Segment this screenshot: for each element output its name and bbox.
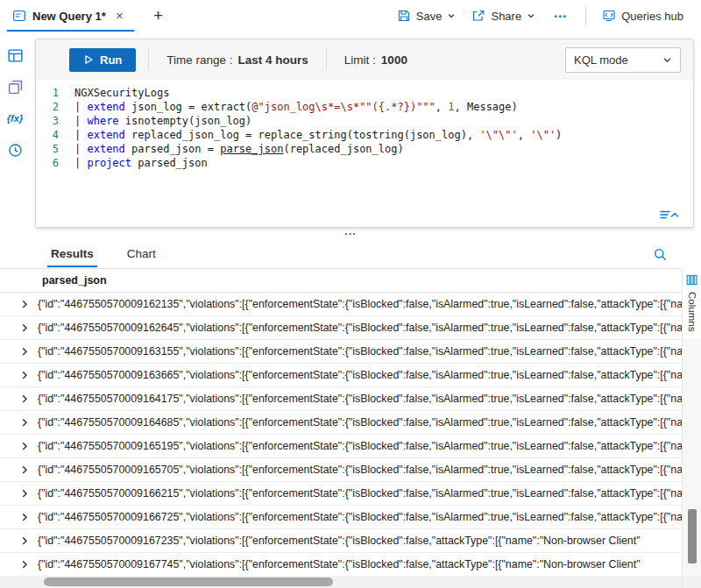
columns-panel-tab[interactable]: Columns <box>686 268 697 338</box>
table-row[interactable]: {"id":"4467550570009167235","violations"… <box>0 529 682 553</box>
chevron-down-icon <box>447 11 456 20</box>
table-row[interactable]: {"id":"4467550570009167745","violations"… <box>0 553 682 576</box>
limit-label: Limit : <box>344 53 376 67</box>
table-row[interactable]: {"id":"4467550570009163665","violations"… <box>0 364 682 387</box>
chevron-right-icon[interactable] <box>19 346 30 357</box>
table-row[interactable]: {"id":"4467550570009166215","violations"… <box>0 482 682 506</box>
row-json-text: {"id":"4467550570009162645","violations"… <box>38 322 682 334</box>
table-row[interactable]: {"id":"4467550570009162645","violations"… <box>0 316 682 340</box>
queries-hub-label: Queries hub <box>621 10 683 23</box>
chevron-right-icon[interactable] <box>19 441 30 451</box>
limit-button[interactable]: Limit : 1000 <box>339 50 413 70</box>
chevron-right-icon[interactable] <box>19 512 30 522</box>
time-range-label: Time range : <box>166 53 232 67</box>
chevron-right-icon[interactable] <box>19 535 30 546</box>
save-icon <box>397 9 411 23</box>
chevron-right-icon[interactable] <box>19 299 30 309</box>
stacked-queries-icon[interactable] <box>5 77 25 96</box>
row-json-text: {"id":"4467550570009167745","violations"… <box>38 558 641 570</box>
column-header[interactable]: parsed_json <box>0 268 682 293</box>
row-json-text: {"id":"4467550570009166215","violations"… <box>38 487 682 499</box>
line-number: 4 <box>36 128 74 142</box>
tab-results[interactable]: Results <box>47 238 97 268</box>
functions-icon[interactable]: {fx} <box>5 109 25 128</box>
table-row[interactable]: {"id":"4467550570009164175","violations"… <box>0 387 682 411</box>
run-button[interactable]: Run <box>69 48 136 72</box>
query-tab-icon <box>12 9 26 23</box>
chevron-right-icon[interactable] <box>19 417 30 428</box>
divider <box>585 6 586 25</box>
chevron-right-icon[interactable] <box>19 393 30 404</box>
close-icon[interactable]: ✕ <box>112 9 127 24</box>
tab-area: New Query 1* ✕ + <box>5 0 168 32</box>
code-line[interactable]: 5| extend parsed_json = parse_json(repla… <box>36 142 693 156</box>
vertical-scrollbar[interactable] <box>683 338 701 576</box>
query-mode-value: KQL mode <box>574 53 628 67</box>
code-line[interactable]: 4| extend replaced_json_log = replace_st… <box>36 128 693 142</box>
code-text: NGXSecurityLogs <box>74 86 169 100</box>
save-button[interactable]: Save <box>390 4 464 27</box>
results-grid-main: parsed_json {"id":"4467550570009162135",… <box>0 268 682 588</box>
columns-panel-label: Columns <box>687 292 697 331</box>
row-json-text: {"id":"4467550570009164685","violations"… <box>38 416 682 429</box>
search-icon[interactable] <box>651 245 669 264</box>
row-json-text: {"id":"4467550570009167235","violations"… <box>38 535 641 547</box>
time-range-value: Last 4 hours <box>238 53 308 67</box>
code-line[interactable]: 2| extend json_log = extract(@"json_log\… <box>36 100 693 114</box>
table-row[interactable]: {"id":"4467550570009162135","violations"… <box>0 293 682 316</box>
chevron-right-icon[interactable] <box>19 464 30 475</box>
results-grid: parsed_json {"id":"4467550570009162135",… <box>0 268 701 588</box>
query-tab[interactable]: New Query 1* ✕ <box>5 0 136 32</box>
vertical-scrollbar-thumb[interactable] <box>688 509 697 563</box>
query-history-icon[interactable] <box>5 140 25 159</box>
new-tab-button[interactable]: + <box>148 6 168 25</box>
share-label: Share <box>491 10 521 23</box>
panel-splitter[interactable]: ... <box>0 228 701 238</box>
code-text: | where isnotempty(json_log) <box>74 114 251 128</box>
chevron-right-icon[interactable] <box>19 322 30 333</box>
code-text: | project parsed_json <box>74 156 208 170</box>
table-row[interactable]: {"id":"4467550570009165195","violations"… <box>0 435 682 458</box>
horizontal-scrollbar-thumb[interactable] <box>44 577 333 586</box>
row-json-text: {"id":"4467550570009165195","violations"… <box>38 440 682 452</box>
table-row[interactable]: {"id":"4467550570009163155","violations"… <box>0 340 682 364</box>
chevron-right-icon[interactable] <box>19 559 30 570</box>
code-text: | extend json_log = extract(@"json_log\s… <box>74 100 518 114</box>
topbar: New Query 1* ✕ + Save Share … <box>0 0 701 32</box>
play-icon <box>83 54 94 65</box>
line-number: 5 <box>36 142 74 156</box>
time-range-button[interactable]: Time range : Last 4 hours <box>161 50 314 70</box>
code-text: | extend replaced_json_log = replace_str… <box>74 128 562 142</box>
chevron-down-icon <box>662 55 672 65</box>
more-actions-button[interactable]: … <box>544 5 577 26</box>
share-icon <box>471 9 485 23</box>
splitter-handle[interactable]: ... <box>344 228 357 235</box>
code-line[interactable]: 1NGXSecurityLogs <box>36 86 693 100</box>
line-number: 2 <box>36 100 74 114</box>
tab-chart[interactable]: Chart <box>124 238 159 268</box>
scrollbar-corner <box>683 576 701 588</box>
kql-editor[interactable]: 1NGXSecurityLogs2| extend json_log = ext… <box>36 80 693 227</box>
chevron-right-icon[interactable] <box>19 370 30 380</box>
queries-hub-button[interactable]: Queries hub <box>595 4 690 27</box>
row-json-text: {"id":"4467550570009164175","violations"… <box>38 393 682 405</box>
code-text: | extend parsed_json = parse_json(replac… <box>74 142 404 156</box>
query-editor-card: Run Time range : Last 4 hours Limit : 10… <box>35 39 694 228</box>
code-line[interactable]: 6| project parsed_json <box>36 156 693 170</box>
share-button[interactable]: Share <box>464 4 542 27</box>
divider <box>148 49 149 70</box>
row-json-text: {"id":"4467550570009166725","violations"… <box>38 511 682 523</box>
table-row[interactable]: {"id":"4467550570009166725","violations"… <box>0 506 682 529</box>
query-toolbar: Run Time range : Last 4 hours Limit : 10… <box>36 39 693 80</box>
collapse-editor-button[interactable] <box>658 208 681 222</box>
limit-value: 1000 <box>381 53 407 67</box>
code-line[interactable]: 3| where isnotempty(json_log) <box>36 114 693 128</box>
chevron-right-icon[interactable] <box>19 488 30 499</box>
code-lines: 1NGXSecurityLogs2| extend json_log = ext… <box>36 86 693 170</box>
table-view-icon[interactable] <box>5 46 25 65</box>
query-mode-select[interactable]: KQL mode <box>565 47 681 73</box>
horizontal-scrollbar[interactable] <box>0 576 682 588</box>
table-row[interactable]: {"id":"4467550570009165705","violations"… <box>0 458 682 482</box>
results-body: {"id":"4467550570009162135","violations"… <box>0 293 682 576</box>
table-row[interactable]: {"id":"4467550570009164685","violations"… <box>0 411 682 435</box>
